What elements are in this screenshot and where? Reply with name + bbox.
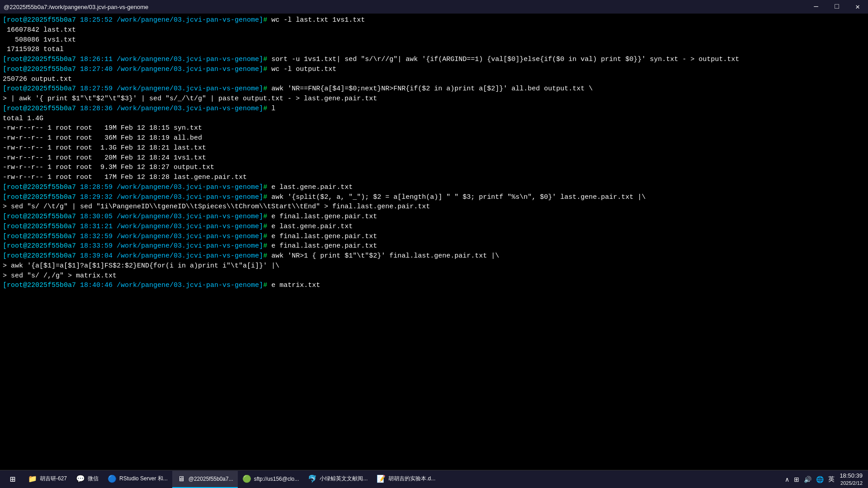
terminal-line: -rw-r--r-- 1 root root 1.3G Feb 12 18:21…: [3, 143, 865, 153]
terminal-line: -rw-r--r-- 1 root root 19M Feb 12 18:15 …: [3, 123, 865, 133]
taskbar-icon-terminal: 🖥: [177, 474, 186, 483]
prompt-bracket: [root@22025f55b0a7 18:26:11 /work/pangen…: [3, 56, 267, 63]
taskbar-icon-huji627: 📁: [28, 474, 37, 483]
taskbar-label-word: 胡胡吉的实验本.d...: [388, 475, 435, 483]
taskbar-icon-word: 📝: [377, 474, 386, 483]
terminal-line: > awk '{a[$1]=a[$1]?a[$1]FS$2:$2}END{for…: [3, 261, 865, 271]
output-text: 508086 1vs1.txt: [3, 36, 76, 44]
command-text: sort -u 1vs1.txt| sed "s/\r//g"| awk '{i…: [267, 56, 739, 63]
output-text: > | awk '{ print $1"\t"$2"\t"$3}' | sed …: [3, 95, 377, 103]
prompt-bracket: [root@22025f55b0a7 18:40:46 /work/pangen…: [3, 282, 267, 289]
taskbar-icon-browser: 🐬: [308, 474, 317, 483]
output-text: 250726 output.txt: [3, 75, 72, 83]
command-text: e final.last.gene.pair.txt: [267, 233, 377, 240]
terminal-line: [root@22025f55b0a7 18:30:05 /work/pangen…: [3, 212, 865, 222]
terminal-line: [root@22025f55b0a7 18:31:21 /work/pangen…: [3, 222, 865, 232]
command-text: e matrix.txt: [267, 282, 320, 289]
output-text: > sed "s/ /,/g" > matrix.txt: [3, 272, 117, 280]
prompt-bracket: [root@22025f55b0a7 18:30:05 /work/pangen…: [3, 213, 267, 221]
output-text: > sed "s/ /\t/g" | sed "1i\PangeneID\\tg…: [3, 203, 430, 211]
titlebar-text: @22025f55b0a7:/work/pangene/03.jcvi-pan-…: [4, 4, 148, 10]
taskbar: ⊞ 📁胡吉研-627💬微信🔵RStudio Server 和...🖥@22025…: [0, 470, 868, 488]
command-text: awk 'NR>1 { print $1"\t"$2}' final.last.…: [267, 252, 499, 260]
terminal-line: 17115928 total: [3, 45, 865, 55]
command-text: e final.last.gene.pair.txt: [267, 242, 377, 250]
tray-network-icon[interactable]: 🌐: [815, 476, 825, 483]
taskbar-icon-wechat: 💬: [76, 474, 85, 483]
output-text: -rw-r--r-- 1 root root 17M Feb 12 18:28 …: [3, 174, 247, 181]
clock-date: 2025/2/12: [840, 480, 863, 486]
maximize-button[interactable]: □: [826, 0, 847, 14]
taskbar-item-rstudio[interactable]: 🔵RStudio Server 和...: [103, 471, 172, 488]
command-text: wc -l output.txt: [267, 66, 336, 73]
terminal-line: [root@22025f55b0a7 18:27:59 /work/pangen…: [3, 84, 865, 94]
clock: 18:50:39 2025/2/12: [840, 472, 863, 486]
taskbar-label-browser: 小绿鲸英文文献阅...: [320, 475, 368, 483]
taskbar-item-wechat[interactable]: 💬微信: [71, 471, 103, 488]
terminal-line: > sed "s/ /\t/g" | sed "1i\PangeneID\\tg…: [3, 202, 865, 212]
terminal-line: -rw-r--r-- 1 root root 9.3M Feb 12 18:27…: [3, 163, 865, 173]
output-text: -rw-r--r-- 1 root root 36M Feb 12 18:19 …: [3, 134, 202, 142]
prompt-bracket: [root@22025f55b0a7 18:28:59 /work/pangen…: [3, 183, 267, 191]
close-button[interactable]: ✕: [847, 0, 868, 14]
prompt-bracket: [root@22025f55b0a7 18:25:52 /work/pangen…: [3, 16, 267, 24]
taskbar-items: 📁胡吉研-627💬微信🔵RStudio Server 和...🖥@22025f5…: [24, 471, 440, 488]
taskbar-item-huji627[interactable]: 📁胡吉研-627: [24, 471, 71, 488]
terminal-line: [root@22025f55b0a7 18:39:04 /work/pangen…: [3, 251, 865, 261]
terminal-line: [root@22025f55b0a7 18:27:40 /work/pangen…: [3, 65, 865, 75]
taskbar-label-huji627: 胡吉研-627: [40, 475, 67, 483]
prompt-bracket: [root@22025f55b0a7 18:28:36 /work/pangen…: [3, 105, 267, 113]
prompt-bracket: [root@22025f55b0a7 18:27:59 /work/pangen…: [3, 85, 267, 93]
terminal-line: > sed "s/ /,/g" > matrix.txt: [3, 271, 865, 281]
taskbar-item-browser[interactable]: 🐬小绿鲸英文文献阅...: [303, 471, 372, 488]
titlebar: @22025f55b0a7:/work/pangene/03.jcvi-pan-…: [0, 0, 868, 14]
terminal-line: [root@22025f55b0a7 18:33:59 /work/pangen…: [3, 241, 865, 251]
taskbar-label-sftp: sftp://us156@clo...: [254, 476, 299, 482]
tray-windows-icon[interactable]: ⊞: [793, 476, 801, 483]
minimize-button[interactable]: —: [806, 0, 826, 14]
prompt-bracket: [root@22025f55b0a7 18:39:04 /work/pangen…: [3, 252, 267, 260]
output-text: 16607842 last.txt: [3, 26, 76, 34]
command-text: wc -l last.txt 1vs1.txt: [267, 16, 365, 24]
terminal-line: -rw-r--r-- 1 root root 36M Feb 12 18:19 …: [3, 133, 865, 143]
prompt-bracket: [root@22025f55b0a7 18:29:32 /work/pangen…: [3, 193, 267, 201]
taskbar-icon-sftp: 🟢: [242, 474, 251, 483]
terminal-line: 250726 output.txt: [3, 75, 865, 84]
output-text: total 1.4G: [3, 115, 43, 122]
command-text: awk 'NR==FNR{a[$4]=$0;next}NR>FNR{if($2 …: [267, 85, 593, 93]
clock-time: 18:50:39: [840, 472, 863, 480]
titlebar-controls: — □ ✕: [806, 0, 868, 14]
command-text: e last.gene.pair.txt: [267, 223, 353, 230]
start-button[interactable]: ⊞: [2, 471, 24, 488]
terminal-line: -rw-r--r-- 1 root root 17M Feb 12 18:28 …: [3, 173, 865, 183]
prompt-bracket: [root@22025f55b0a7 18:32:59 /work/pangen…: [3, 233, 267, 240]
prompt-bracket: [root@22025f55b0a7 18:27:40 /work/pangen…: [3, 66, 267, 73]
output-text: > awk '{a[$1]=a[$1]?a[$1]FS$2:$2}END{for…: [3, 262, 279, 270]
command-text: e last.gene.pair.txt: [267, 183, 353, 191]
taskbar-label-wechat: 微信: [88, 475, 99, 483]
terminal-line: [root@22025f55b0a7 18:28:36 /work/pangen…: [3, 104, 865, 114]
tray-volume-icon[interactable]: 🔊: [802, 476, 813, 483]
tray-chevron-icon[interactable]: ∧: [783, 476, 791, 483]
taskbar-item-word[interactable]: 📝胡胡吉的实验本.d...: [372, 471, 440, 488]
terminal-line: [root@22025f55b0a7 18:40:46 /work/pangen…: [3, 281, 865, 291]
command-text: awk '{split($2, a, "_"); $2 = a[length(a…: [267, 193, 646, 201]
terminal-line: -rw-r--r-- 1 root root 20M Feb 12 18:24 …: [3, 153, 865, 163]
taskbar-icon-rstudio: 🔵: [108, 474, 117, 483]
terminal-line: 16607842 last.txt: [3, 25, 865, 35]
terminal-line: > | awk '{ print $1"\t"$2"\t"$3}' | sed …: [3, 94, 865, 104]
terminal-line: [root@22025f55b0a7 18:32:59 /work/pangen…: [3, 232, 865, 242]
terminal-line: [root@22025f55b0a7 18:29:32 /work/pangen…: [3, 192, 865, 202]
tray-lang-icon[interactable]: 英: [827, 475, 836, 483]
output-text: -rw-r--r-- 1 root root 20M Feb 12 18:24 …: [3, 154, 206, 162]
taskbar-label-terminal: @22025f55b0a7...: [189, 476, 233, 482]
command-text: e final.last.gene.pair.txt: [267, 213, 377, 221]
taskbar-item-terminal[interactable]: 🖥@22025f55b0a7...: [172, 471, 238, 488]
terminal-line: [root@22025f55b0a7 18:26:11 /work/pangen…: [3, 55, 865, 65]
terminal: [root@22025f55b0a7 18:25:52 /work/pangen…: [0, 14, 868, 470]
terminal-line: [root@22025f55b0a7 18:25:52 /work/pangen…: [3, 15, 865, 25]
output-text: -rw-r--r-- 1 root root 1.3G Feb 12 18:21…: [3, 144, 206, 152]
output-text: -rw-r--r-- 1 root root 9.3M Feb 12 18:27…: [3, 164, 214, 171]
command-text: l: [267, 105, 275, 113]
taskbar-item-sftp[interactable]: 🟢sftp://us156@clo...: [238, 471, 304, 488]
